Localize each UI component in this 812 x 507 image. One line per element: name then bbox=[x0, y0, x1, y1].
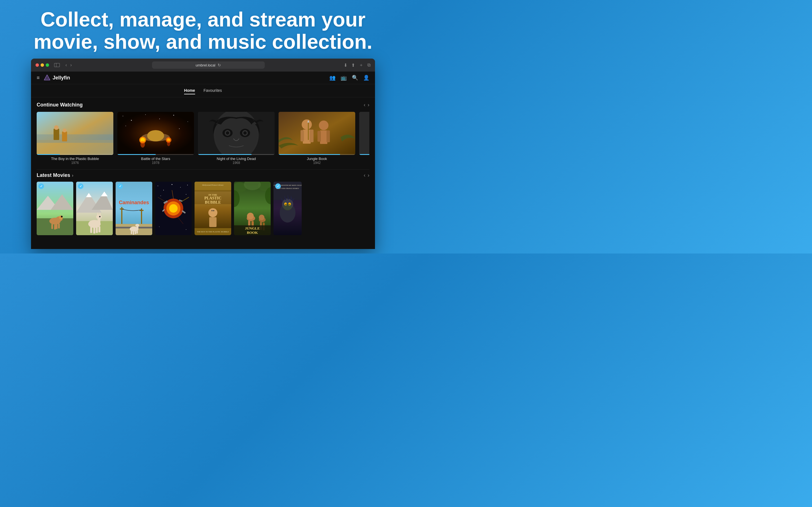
svg-rect-52 bbox=[51, 224, 53, 229]
svg-rect-54 bbox=[56, 224, 57, 229]
maximize-button[interactable] bbox=[46, 63, 49, 67]
svg-point-33 bbox=[243, 131, 247, 135]
movie-title-1: Battle of the Stars bbox=[117, 157, 194, 161]
plastic-bubble-poster-art: Hollywood Picture Library IN THE PLASTIC… bbox=[195, 182, 231, 235]
svg-point-71 bbox=[96, 215, 102, 219]
monster-poster-art: ONLY THE MONSTER SHE MADE COULD SATISFY … bbox=[273, 182, 302, 235]
movie-card-4[interactable] bbox=[359, 112, 369, 165]
user-icon[interactable]: 👤 bbox=[363, 75, 369, 81]
svg-point-7 bbox=[54, 125, 59, 130]
svg-point-13 bbox=[159, 119, 160, 119]
movie-year-3: 1942 bbox=[278, 161, 355, 165]
latest-movies-arrow[interactable]: › bbox=[72, 173, 73, 178]
progress-bar-2 bbox=[198, 154, 274, 155]
cast-icon[interactable]: 📺 bbox=[341, 75, 347, 81]
caminandes-poster-art: Caminandes bbox=[116, 182, 152, 235]
poster-img-2: Caminandes bbox=[116, 182, 152, 235]
movie-card-0[interactable]: The Boy in the Plastic Bubble 1976 bbox=[37, 112, 113, 165]
search-icon[interactable]: 🔍 bbox=[352, 75, 358, 81]
latest-header: Latest Movies › ‹ › bbox=[37, 172, 369, 178]
svg-text:THE BOY IN THE PLASTIC BUBBLE: THE BOY IN THE PLASTIC BUBBLE bbox=[197, 231, 229, 233]
poster-card-1[interactable]: ✓ bbox=[76, 182, 113, 235]
svg-text:PLASTIC: PLASTIC bbox=[204, 196, 221, 200]
svg-rect-4 bbox=[37, 134, 113, 143]
tabs-icon[interactable]: ⧉ bbox=[367, 62, 370, 68]
latest-next-arrow[interactable]: › bbox=[368, 172, 369, 178]
svg-point-12 bbox=[145, 114, 146, 115]
download-icon[interactable]: ⬇ bbox=[344, 62, 347, 68]
poster-card-2[interactable]: Caminandes bbox=[116, 182, 152, 235]
app-header-right: 👥 📺 🔍 👤 bbox=[329, 75, 369, 81]
traffic-lights bbox=[36, 63, 49, 67]
hero-title-line2: movie, show, and music collection. bbox=[34, 31, 372, 53]
back-button[interactable]: ‹ bbox=[64, 62, 68, 68]
minimize-button[interactable] bbox=[41, 63, 44, 67]
svg-rect-44 bbox=[308, 120, 309, 140]
latest-movies-title: Latest Movies › bbox=[37, 172, 73, 178]
svg-text:JUNGLE: JUNGLE bbox=[245, 226, 260, 230]
svg-rect-37 bbox=[303, 129, 311, 144]
tab-home[interactable]: Home bbox=[184, 87, 195, 94]
poster-card-6[interactable]: ONLY THE MONSTER SHE MADE COULD SATISFY … bbox=[273, 182, 302, 235]
svg-rect-88 bbox=[137, 226, 139, 230]
svg-point-134 bbox=[259, 215, 264, 220]
app-content: ≡ Jellyfin 👥 📺 🔍 👤 Home Favourites bbox=[31, 71, 375, 249]
poster-img-3 bbox=[155, 182, 192, 235]
url-bar[interactable]: umbrel.local ↻ bbox=[152, 61, 265, 69]
svg-point-93 bbox=[172, 184, 172, 185]
svg-rect-42 bbox=[317, 131, 321, 142]
progress-bar-1 bbox=[117, 154, 194, 155]
share-icon[interactable]: ⬆ bbox=[351, 62, 355, 68]
poster-img-5: JUNGLE BOOK bbox=[234, 182, 271, 235]
svg-rect-85 bbox=[133, 231, 134, 235]
forward-button[interactable]: › bbox=[69, 62, 73, 68]
poster-card-0[interactable]: ✓ bbox=[37, 182, 73, 235]
svg-point-117 bbox=[211, 210, 213, 211]
continue-watching-title: Continue Watching bbox=[37, 102, 83, 108]
latest-section-nav: ‹ › bbox=[364, 172, 369, 178]
svg-rect-67 bbox=[93, 227, 95, 233]
svg-rect-35 bbox=[278, 112, 355, 155]
prev-arrow[interactable]: ‹ bbox=[364, 102, 365, 108]
url-text: umbrel.local bbox=[196, 63, 215, 67]
poster-img-4: Hollywood Picture Library IN THE PLASTIC… bbox=[195, 182, 231, 235]
menu-icon[interactable]: ≡ bbox=[37, 75, 40, 81]
svg-rect-39 bbox=[310, 129, 313, 142]
svg-point-11 bbox=[131, 120, 132, 121]
poster-card-3[interactable] bbox=[155, 182, 192, 235]
jungle-book-poster-art: JUNGLE BOOK bbox=[234, 182, 271, 235]
svg-point-118 bbox=[213, 210, 214, 211]
hero-section: Collect, manage, and stream your movie, … bbox=[0, 0, 406, 59]
movie-thumb-1 bbox=[117, 112, 194, 155]
new-tab-icon[interactable]: ＋ bbox=[359, 62, 363, 68]
poster-card-5[interactable]: JUNGLE BOOK bbox=[234, 182, 271, 235]
svg-point-97 bbox=[186, 194, 186, 194]
space-poster-art bbox=[155, 182, 192, 235]
refresh-icon[interactable]: ↻ bbox=[218, 63, 221, 67]
svg-rect-84 bbox=[131, 231, 132, 234]
poster-img-6: ONLY THE MONSTER SHE MADE COULD SATISFY … bbox=[273, 182, 302, 235]
movie-thumb-0 bbox=[37, 112, 113, 155]
svg-rect-87 bbox=[137, 230, 138, 233]
close-button[interactable] bbox=[36, 63, 39, 67]
tab-favourites[interactable]: Favourites bbox=[204, 87, 222, 94]
latest-prev-arrow[interactable]: ‹ bbox=[364, 172, 365, 178]
movie-card-1[interactable]: Battle of the Stars 1978 bbox=[117, 112, 194, 165]
svg-point-17 bbox=[179, 128, 180, 129]
jellyfin-logo[interactable]: Jellyfin bbox=[44, 74, 70, 81]
svg-text:BOOK: BOOK bbox=[247, 230, 258, 235]
sidebar-toggle-icon[interactable] bbox=[54, 63, 60, 67]
movie-card-2[interactable]: Night of the Living Dead 1968 bbox=[198, 112, 274, 165]
movie-card-3[interactable]: Jungle Book 1942 bbox=[278, 112, 355, 165]
users-icon[interactable]: 👥 bbox=[329, 75, 336, 81]
svg-rect-6 bbox=[62, 131, 67, 142]
section-nav: ‹ › bbox=[364, 102, 369, 108]
poster-card-4[interactable]: Hollywood Picture Library IN THE PLASTIC… bbox=[195, 182, 231, 235]
continue-watching-row: The Boy in the Plastic Bubble 1976 bbox=[37, 112, 369, 165]
progress-bar-0 bbox=[37, 154, 113, 155]
svg-point-91 bbox=[158, 186, 158, 186]
next-arrow[interactable]: › bbox=[368, 102, 369, 108]
svg-point-25 bbox=[167, 140, 170, 146]
section-header: Continue Watching ‹ › bbox=[37, 102, 369, 108]
poster-img-1: ✓ bbox=[76, 182, 113, 235]
